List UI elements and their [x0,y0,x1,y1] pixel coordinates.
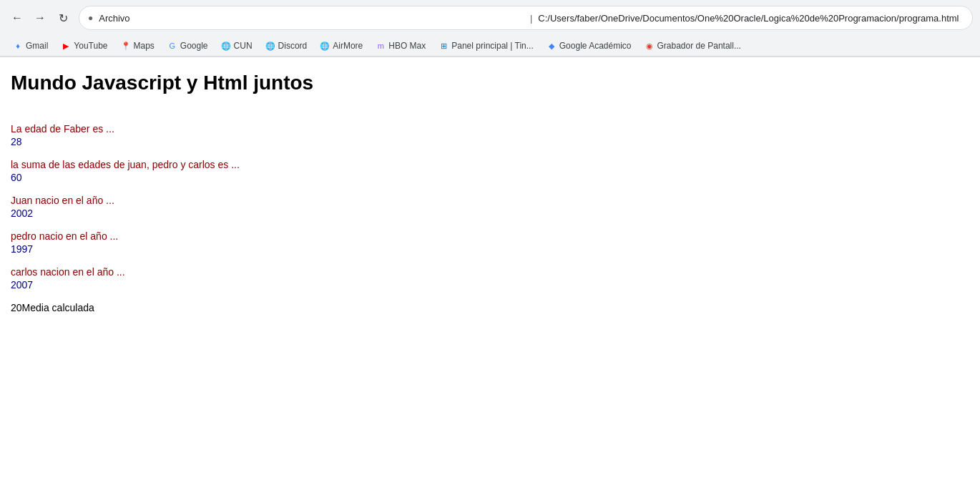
google-label: Google [180,41,208,51]
pedro-birth-label: pedro nacio en el año ... [11,230,969,242]
carlos-birth-label: carlos nacion en el año ... [11,266,969,278]
academic-label: Google Académico [559,41,632,51]
address-prefix: Archivo [99,13,524,24]
hbo-label: HBO Max [388,41,426,51]
faber-age-label: La edad de Faber es ... [11,123,969,135]
discord-label: Discord [278,41,308,51]
bookmark-item-gmail[interactable]: ♦Gmail [7,39,54,53]
maps-icon: 📍 [121,41,131,51]
content-block-faber-age-label: La edad de Faber es ...28 [11,123,969,147]
bookmark-item-cun[interactable]: 🌐CUN [215,39,258,53]
content-blocks: La edad de Faber es ...28la suma de las … [11,123,969,313]
pedro-birth-value: 1997 [11,243,969,255]
juan-birth-value: 2002 [11,208,969,219]
youtube-label: YouTube [74,41,107,51]
grabador-label: Grabador de Pantall... [657,41,741,51]
grabador-icon: ◉ [645,41,655,51]
cun-icon: 🌐 [221,41,231,51]
gmail-label: Gmail [26,41,48,51]
panel-icon: ⊞ [438,41,449,51]
content-block-sum-label: la suma de las edades de juan, pedro y c… [11,159,969,183]
cun-label: CUN [234,41,253,51]
hbo-icon: m [376,41,386,51]
forward-button[interactable]: → [30,8,50,28]
page-content: Mundo Javascript y Html juntos La edad d… [0,57,980,339]
reload-button[interactable]: ↻ [53,8,73,28]
address-url: C:/Users/faber/OneDrive/Documentos/One%2… [538,13,964,24]
media-label: 20Media calculada [11,302,969,313]
address-bar[interactable]: ● Archivo | C:/Users/faber/OneDrive/Docu… [79,6,973,30]
juan-birth-label: Juan nacio en el año ... [11,195,969,206]
page-title: Mundo Javascript y Html juntos [11,72,969,94]
content-block-carlos-birth-label: carlos nacion en el año ...2007 [11,266,969,291]
bookmark-item-airmore[interactable]: 🌐AirMore [314,39,368,53]
bookmark-item-hbo[interactable]: mHBO Max [370,39,431,53]
carlos-birth-value: 2007 [11,279,969,291]
discord-icon: 🌐 [265,41,275,51]
content-block-pedro-birth-label: pedro nacio en el año ...1997 [11,230,969,255]
bookmark-item-google[interactable]: GGoogle [162,39,214,53]
airmore-icon: 🌐 [320,41,330,51]
bookmark-item-youtube[interactable]: ▶YouTube [55,39,113,53]
nav-buttons: ← → ↻ [7,8,73,28]
content-block-media-label: 20Media calculada [11,302,969,313]
browser-chrome: ← → ↻ ● Archivo | C:/Users/faber/OneDriv… [0,0,980,57]
gmail-icon: ♦ [13,41,23,51]
faber-age-value: 28 [11,136,969,147]
airmore-label: AirMore [333,41,363,51]
back-button[interactable]: ← [7,8,27,28]
browser-toolbar: ← → ↻ ● Archivo | C:/Users/faber/OneDriv… [0,0,980,36]
content-block-juan-birth-label: Juan nacio en el año ...2002 [11,195,969,219]
bookmark-item-discord[interactable]: 🌐Discord [260,39,313,53]
sum-value: 60 [11,172,969,183]
bookmark-item-panel[interactable]: ⊞Panel principal | Tin... [433,39,539,53]
academic-icon: ◆ [547,41,557,51]
bookmark-item-maps[interactable]: 📍Maps [115,39,160,53]
google-icon: G [167,41,177,51]
bookmark-item-academic[interactable]: ◆Google Académico [541,39,637,53]
address-lock-icon: ● [88,13,93,23]
panel-label: Panel principal | Tin... [451,41,534,51]
bookmarks-bar: ♦Gmail▶YouTube📍MapsGGoogle🌐CUN🌐Discord🌐A… [0,36,980,57]
sum-label: la suma de las edades de juan, pedro y c… [11,159,969,170]
youtube-icon: ▶ [61,41,71,51]
bookmark-item-grabador[interactable]: ◉Grabador de Pantall... [639,39,747,53]
address-separator: | [530,13,532,24]
maps-label: Maps [134,41,155,51]
